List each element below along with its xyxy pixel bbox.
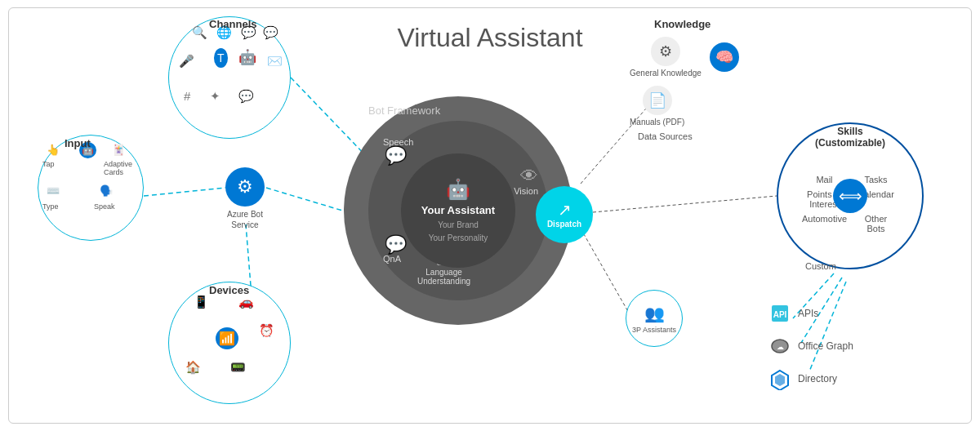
skill-otherbots: OtherBots bbox=[853, 214, 898, 233]
bottom-items-section: API APIs ☁ Office Graph Dire bbox=[768, 302, 853, 400]
office-graph-icon: ☁ bbox=[768, 335, 791, 358]
azure-bot-icon: ⚙ bbox=[225, 167, 265, 207]
directory-label: Directory bbox=[798, 373, 837, 384]
knowledge-general-label: General Knowledge bbox=[630, 69, 702, 78]
knowledge-title: Knowledge bbox=[654, 18, 785, 30]
lu-label: LanguageUnderstanding bbox=[417, 268, 470, 286]
knowledge-icons: ⚙ General Knowledge 🧠 📄 Manuals (PDF) bbox=[630, 37, 785, 127]
dispatch-circle: ↗ Dispatch bbox=[536, 186, 593, 243]
skill-custom: Custom bbox=[805, 261, 836, 271]
devices-label: Devices bbox=[209, 284, 249, 296]
knowledge-item-brain: 🧠 bbox=[710, 42, 739, 72]
azure-bot-service: ⚙ Azure BotService bbox=[225, 167, 265, 230]
svg-line-6 bbox=[581, 229, 630, 314]
skills-center-icon: ⟺ bbox=[833, 179, 867, 213]
knowledge-brain-icon: 🧠 bbox=[710, 42, 739, 72]
input-circle: 👆 🤖 🃏 ⌨️ 🗣️ Tap AdaptiveCards Type Speak bbox=[38, 135, 144, 241]
knowledge-general-icon: ⚙ bbox=[651, 37, 680, 66]
vision-label: Vision bbox=[514, 186, 538, 196]
your-assistant-core: 🤖 Your Assistant Your Brand Your Persona… bbox=[401, 153, 515, 268]
directory-item: Directory bbox=[768, 367, 853, 390]
threep-icon: 👥 bbox=[644, 304, 665, 323]
skills-title: Skills(Customizable) bbox=[781, 126, 920, 149]
skill-automotive: Automotive bbox=[802, 214, 847, 233]
threep-label: 3P Assistants bbox=[632, 326, 676, 334]
assistant-bot-icon: 🤖 bbox=[446, 178, 470, 201]
your-assistant-line3: Your Personality bbox=[429, 233, 488, 243]
your-assistant-line1: Your Assistant bbox=[421, 204, 495, 218]
bot-framework-label: Bot Framework bbox=[368, 104, 440, 117]
office-graph-label: Office Graph bbox=[798, 340, 853, 352]
svg-line-2 bbox=[266, 188, 348, 212]
svg-line-1 bbox=[144, 188, 225, 196]
knowledge-datasources-label: Data Sources bbox=[638, 131, 785, 141]
knowledge-item-general: ⚙ General Knowledge bbox=[630, 37, 702, 78]
knowledge-section: Knowledge ⚙ General Knowledge 🧠 📄 Manual… bbox=[630, 18, 785, 141]
svg-text:API: API bbox=[773, 310, 787, 319]
channels-label: Channels bbox=[209, 18, 257, 30]
svg-text:☁: ☁ bbox=[777, 343, 784, 351]
svg-line-4 bbox=[593, 196, 777, 212]
knowledge-manuals-icon: 📄 bbox=[643, 86, 672, 115]
bot-framework-inner: Speech 💬 QnA 💬 Vision 👁 LanguageUndersta… bbox=[368, 121, 548, 300]
main-container: Virtual Assistant 🔍 🌐 💬 💬 🎤 bbox=[8, 7, 972, 424]
apis-icon: API bbox=[768, 302, 791, 325]
azure-bot-label: Azure BotService bbox=[227, 209, 263, 230]
page-title: Virtual Assistant bbox=[397, 23, 582, 53]
threep-assistants-circle: 👥 3P Assistants bbox=[626, 290, 683, 347]
channels-circle: 🔍 🌐 💬 💬 🎤 T 🤖 ✉️ # ✦ 💬 bbox=[168, 16, 291, 139]
apis-label: APIs bbox=[798, 308, 818, 319]
svg-marker-16 bbox=[775, 374, 785, 386]
office-graph-item: ☁ Office Graph bbox=[768, 335, 853, 358]
knowledge-manuals-label: Manuals (PDF) bbox=[630, 118, 684, 127]
knowledge-item-manuals: 📄 Manuals (PDF) bbox=[630, 86, 684, 127]
input-label: Input bbox=[65, 137, 91, 149]
apis-item: API APIs bbox=[768, 302, 853, 325]
your-assistant-line2: Your Brand bbox=[438, 220, 479, 230]
devices-circle: 📱 🚗 📶 🏠 📟 ⏰ bbox=[168, 282, 291, 404]
directory-icon bbox=[768, 367, 791, 390]
dispatch-label: Dispatch bbox=[547, 220, 581, 229]
